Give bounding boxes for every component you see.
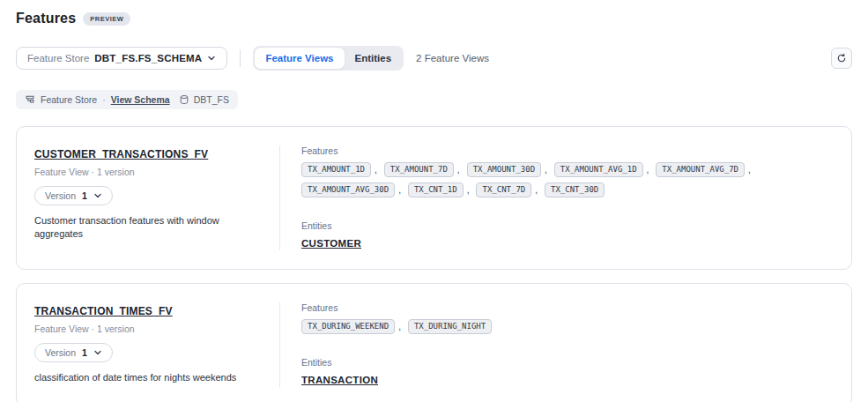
breadcrumb-separator: · [102,94,106,105]
chip-comma: , [545,165,547,175]
breadcrumb-feature-store-label: Feature Store [41,94,97,105]
feature-view-subtitle: Feature View · 1 version [34,167,263,177]
chip-comma: , [398,185,401,195]
feature-view-description: classification of date times for nights … [34,371,255,384]
entity-link-list: CUSTOMER [301,231,834,250]
tab-feature-views[interactable]: Feature Views [255,48,344,69]
version-dropdown[interactable]: Version 1 [34,343,113,362]
feature-chip-list: TX_DURING_WEEKEND,TX_DURING_NIGHT [301,319,830,334]
entities-section-label: Entities [301,357,834,368]
chip-comma: , [375,165,377,175]
version-value: 1 [82,347,87,358]
entity-link[interactable]: TRANSACTION [301,375,378,385]
breadcrumb-database: DBT_FS [179,94,229,105]
card-summary: TRANSACTION_TIMES_FV Feature View · 1 ve… [34,302,279,387]
page-header: Features PREVIEW [16,11,852,26]
version-label: Version [45,190,76,201]
chevron-down-icon [207,54,216,63]
database-name: DBT_FS [194,94,229,105]
refresh-icon [836,53,847,63]
toolbar-divider [240,49,241,67]
card-details: Features TX_DURING_WEEKEND,TX_DURING_NIG… [279,302,834,387]
chevron-down-icon [93,191,102,200]
feature-view-card: TRANSACTION_TIMES_FV Feature View · 1 ve… [16,283,852,402]
feature-chip: TX_DURING_WEEKEND [301,319,395,334]
feature-view-description: Customer transaction features with windo… [34,214,255,241]
feature-chip: TX_AMOUNT_AVG_30D [301,182,395,197]
breadcrumb: Feature Store · View Schema DBT_FS [16,90,238,109]
feature-chip: TX_AMOUNT_AVG_7D [656,162,745,177]
chip-comma: , [457,165,460,175]
view-schema-link[interactable]: View Schema [111,94,170,105]
version-value: 1 [82,190,87,201]
feature-view-card: CUSTOMER_TRANSACTIONS_FV Feature View · … [16,126,852,270]
card-details: Features TX_AMOUNT_1D,TX_AMOUNT_7D,TX_AM… [279,145,834,250]
feature-view-subtitle: Feature View · 1 version [34,324,263,334]
feature-chip: TX_AMOUNT_7D [384,162,454,177]
entities-section-label: Entities [301,220,834,231]
feature-chip-list: TX_AMOUNT_1D,TX_AMOUNT_7D,TX_AMOUNT_30D,… [301,162,830,197]
database-icon [179,94,189,105]
chip-comma: , [748,165,751,175]
chip-comma: , [398,322,401,331]
feature-store-icon [25,94,35,105]
card-summary: CUSTOMER_TRANSACTIONS_FV Feature View · … [34,145,279,250]
view-tabs: Feature ViewsEntities [253,46,404,71]
entities-section: Entities TRANSACTION [301,357,834,387]
version-label: Version [45,347,76,358]
feature-view-cards: CUSTOMER_TRANSACTIONS_FV Feature View · … [16,126,852,402]
feature-chip: TX_CNT_7D [476,182,531,197]
chevron-down-icon [93,348,102,357]
refresh-button[interactable] [831,48,852,69]
feature-chip: TX_AMOUNT_AVG_1D [554,162,643,177]
feature-store-label: Feature Store [27,53,89,63]
features-section-label: Features [301,302,834,313]
tab-entities[interactable]: Entities [345,48,403,69]
feature-chip: TX_DURING_NIGHT [408,319,492,334]
feature-view-title-link[interactable]: TRANSACTION_TIMES_FV [34,305,173,317]
toolbar: Feature Store DBT_FS.FS_SCHEMA Feature V… [16,46,852,71]
feature-chip: TX_AMOUNT_1D [301,162,371,177]
feature-store-value: DBT_FS.FS_SCHEMA [94,53,202,63]
chip-comma: , [647,165,649,175]
features-page: Features PREVIEW Feature Store DBT_FS.FS… [0,0,868,402]
preview-badge: PREVIEW [83,12,130,26]
feature-store-dropdown[interactable]: Feature Store DBT_FS.FS_SCHEMA [16,47,227,70]
entity-link-list: TRANSACTION [301,368,834,387]
features-section-label: Features [301,145,834,156]
feature-chip: TX_CNT_30D [545,182,605,197]
feature-chip: TX_CNT_1D [408,182,464,197]
entity-link[interactable]: CUSTOMER [301,238,361,249]
chip-comma: , [467,185,470,195]
page-title: Features [16,11,76,26]
version-dropdown[interactable]: Version 1 [34,186,113,205]
feature-chip: TX_AMOUNT_30D [467,162,541,177]
feature-views-count: 2 Feature Views [416,53,489,63]
chip-comma: , [535,185,538,195]
feature-view-title-link[interactable]: CUSTOMER_TRANSACTIONS_FV [34,148,208,160]
entities-section: Entities CUSTOMER [301,220,834,250]
